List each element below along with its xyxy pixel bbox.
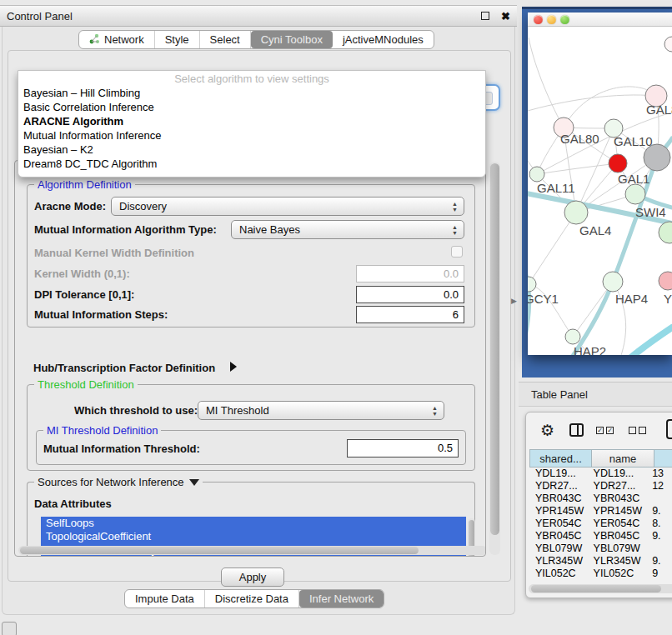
- network-node-hap2-node[interactable]: [565, 329, 580, 344]
- table-cell[interactable]: YBR045C: [588, 530, 647, 542]
- manual-kernel-checkbox[interactable]: [451, 246, 463, 258]
- network-edge-highlighted[interactable]: [620, 328, 672, 355]
- table-cell[interactable]: YBL079W: [588, 542, 647, 555]
- table-cell[interactable]: YER054C: [529, 518, 588, 530]
- kernel-width-label: Kernel Width (0,1):: [34, 268, 130, 280]
- table-cell[interactable]: 13: [646, 468, 672, 480]
- table-row[interactable]: YER054CYER054C8.: [529, 518, 672, 530]
- table-cell[interactable]: YPR145W: [529, 505, 588, 518]
- algorithm-option[interactable]: Basic Correlation Inference: [18, 100, 485, 114]
- column-header[interactable]: name: [591, 449, 654, 468]
- table-row[interactable]: YDL19...YDL19...13: [529, 468, 672, 480]
- network-edge[interactable]: [528, 95, 656, 112]
- algorithm-option[interactable]: Dream8 DC_TDC Algorithm: [18, 157, 485, 171]
- mi-algorithm-type-combo[interactable]: Naive Bayes ▲▼: [231, 220, 464, 239]
- algorithm-option[interactable]: ARACNE Algorithm: [18, 114, 485, 128]
- table-cell[interactable]: YLR345W: [529, 555, 588, 568]
- tab-jactivemnodules[interactable]: jActiveMNodules: [333, 31, 434, 48]
- table-cell[interactable]: YDR27...: [588, 480, 647, 492]
- table-cell[interactable]: [646, 542, 672, 555]
- algorithm-option[interactable]: Bayesian – K2: [18, 142, 485, 157]
- mi-steps-field[interactable]: 6: [356, 306, 464, 323]
- expand-arrow-icon[interactable]: [230, 362, 237, 372]
- table-cell[interactable]: 12: [646, 480, 672, 492]
- network-node-top-partial[interactable]: [664, 37, 672, 52]
- table-row[interactable]: YDR27...YDR27...12: [529, 480, 672, 492]
- float-icon[interactable]: [481, 12, 489, 20]
- tab-style[interactable]: Style: [155, 31, 200, 48]
- table-cell[interactable]: YDL19...: [588, 468, 647, 480]
- corner-mini-button[interactable]: [2, 622, 17, 635]
- column-layout-icon[interactable]: [569, 423, 584, 437]
- table-row[interactable]: YBL079WYBL079W: [529, 542, 672, 555]
- attribute-item[interactable]: SelfLoops: [41, 517, 466, 530]
- algorithm-option[interactable]: Bayesian – Hill Climbing: [18, 86, 485, 100]
- table-row[interactable]: YIL052CYIL052C9: [529, 568, 672, 580]
- table-cell[interactable]: YLR345W: [588, 555, 647, 568]
- table-cell[interactable]: YBR043C: [588, 492, 647, 505]
- function-builder-icon[interactable]: [666, 419, 672, 439]
- zoom-traffic-light[interactable]: [560, 15, 569, 24]
- network-node-gal11-node[interactable]: [529, 167, 544, 182]
- algorithm-option[interactable]: Mutual Information Inference: [18, 128, 485, 142]
- kernel-width-field[interactable]: 0.0: [356, 265, 464, 282]
- network-edge[interactable]: [529, 212, 576, 284]
- column-header[interactable]: [654, 449, 672, 468]
- column-header[interactable]: shared...: [529, 449, 591, 468]
- network-node-hap4-node[interactable]: [603, 272, 623, 292]
- aracne-mode-combo[interactable]: Discovery ▲▼: [111, 197, 464, 216]
- attribute-item[interactable]: TopologicalCoefficient: [41, 530, 466, 543]
- tab-discretize-data[interactable]: Discretize Data: [205, 590, 299, 608]
- network-node-gcy1-node[interactable]: [528, 277, 536, 292]
- table-cell[interactable]: 9.: [646, 555, 672, 568]
- network-edge-highlighted[interactable]: [565, 158, 657, 355]
- apply-button[interactable]: Apply: [221, 568, 284, 587]
- close-traffic-light[interactable]: [534, 15, 543, 24]
- network-node-gal4-node[interactable]: [564, 201, 588, 224]
- network-node-red-node[interactable]: [609, 154, 627, 172]
- table-cell[interactable]: 9.: [646, 505, 672, 518]
- network-node-swi4-right-node[interactable]: [659, 222, 672, 243]
- tab-network[interactable]: Network: [79, 31, 155, 48]
- select-all-columns-icon[interactable]: ✓✓: [596, 427, 616, 434]
- table-cell[interactable]: YIL052C: [529, 568, 588, 580]
- tab-impute-data[interactable]: Impute Data: [125, 590, 205, 608]
- deselect-all-columns-icon[interactable]: [629, 427, 649, 434]
- table-cell[interactable]: YDR27...: [529, 480, 588, 492]
- which-threshold-combo[interactable]: MI Threshold ▲▼: [198, 401, 444, 420]
- tab-cyni-toolbox[interactable]: Cyni Toolbox: [251, 31, 333, 48]
- network-node-pink-right-node[interactable]: [659, 272, 672, 290]
- settings-hscrollbar[interactable]: [18, 546, 486, 555]
- network-edge[interactable]: [537, 163, 618, 174]
- table-row[interactable]: YBR043CYBR043C: [529, 492, 672, 505]
- dpi-tolerance-field[interactable]: 0.0: [356, 286, 464, 303]
- table-cell[interactable]: YPR145W: [588, 505, 647, 518]
- table-cell[interactable]: YER054C: [588, 518, 647, 530]
- table-hscrollbar[interactable]: [529, 584, 672, 593]
- close-icon[interactable]: ✖: [501, 11, 510, 22]
- table-cell[interactable]: YIL052C: [588, 568, 647, 580]
- table-row[interactable]: YBR045CYBR045C9.: [529, 530, 672, 542]
- table-cell[interactable]: [646, 492, 672, 505]
- table-cell[interactable]: YBR045C: [529, 530, 588, 542]
- panel-divider-arrow-icon[interactable]: ▶: [511, 297, 517, 305]
- tab-select[interactable]: Select: [200, 31, 251, 48]
- table-cell[interactable]: 9.: [646, 530, 672, 542]
- settings-vscrollbar[interactable]: [489, 162, 500, 555]
- minimize-traffic-light[interactable]: [547, 15, 556, 24]
- hub-section-label[interactable]: Hub/Transcription Factor Definition: [33, 362, 215, 374]
- table-cell[interactable]: 9: [646, 568, 672, 580]
- network-node-gal1-node[interactable]: [625, 184, 645, 204]
- table-row[interactable]: YPR145WYPR145W9.: [529, 505, 672, 518]
- mi-threshold-field[interactable]: 0.5: [347, 439, 459, 458]
- table-row[interactable]: YLR345WYLR345W9.: [529, 555, 672, 568]
- table-cell[interactable]: YBL079W: [529, 542, 588, 555]
- tab-infer-network[interactable]: Infer Network: [299, 590, 384, 608]
- table-cell[interactable]: YDL19...: [529, 468, 588, 480]
- gear-icon[interactable]: ⚙: [540, 421, 554, 440]
- collapse-arrow-icon[interactable]: [189, 479, 199, 486]
- network-edge[interactable]: [529, 38, 564, 128]
- network-canvas[interactable]: GAL8GAL80GAL10GAL11GAL1SWI4GAL4GCY1HAP4Y…: [528, 28, 672, 355]
- table-cell[interactable]: 8.: [646, 518, 672, 530]
- table-cell[interactable]: YBR043C: [529, 492, 588, 505]
